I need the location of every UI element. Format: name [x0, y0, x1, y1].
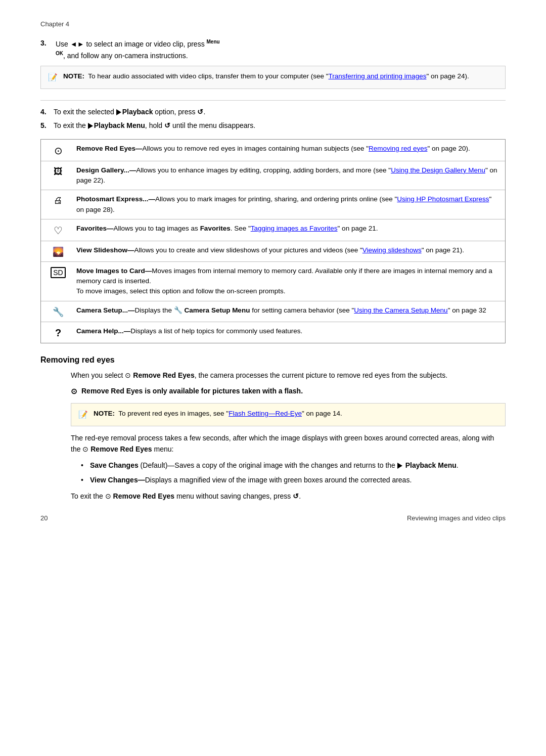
slideshow-icon: 🌄 — [47, 245, 69, 257]
chapter-header: Chapter 4 — [40, 20, 506, 28]
note-icon: 📝 — [48, 72, 59, 83]
para-2-text: Remove Red Eyes is only available for pi… — [81, 386, 303, 396]
design-gallery-desc: Design Gallery...—Allows you to enhance … — [76, 165, 499, 186]
bullet-1-text: Save Changes (Default)—Saves a copy of t… — [90, 460, 459, 471]
note-2-icon: 📝 — [78, 409, 89, 421]
table-row: ? Camera Help...—Displays a list of help… — [41, 322, 505, 343]
removing-red-eyes-content: When you select ⊙ Remove Red Eyes, the c… — [71, 370, 506, 502]
para-1: When you select ⊙ Remove Red Eyes, the c… — [71, 370, 506, 381]
sd-icon: SD — [51, 267, 65, 278]
step-3-number: 3. — [40, 38, 56, 61]
remove-red-eyes-desc: Remove Red Eyes—Allows you to remove red… — [76, 144, 499, 154]
move-images-icon: SD — [47, 266, 69, 278]
link-flash-setting[interactable]: Flash Setting—Red-Eye — [229, 410, 302, 417]
link-slideshow[interactable]: Viewing slideshows — [362, 246, 422, 254]
table-row: SD Move Images to Card—Moves images from… — [41, 262, 505, 301]
link-transferring[interactable]: Transferring and printing images — [329, 72, 427, 80]
step-4-text: To exit the selected Playback option, pr… — [54, 107, 205, 117]
note-1: 📝 NOTE: To hear audio associated with vi… — [40, 66, 506, 89]
step-4-number: 4. — [40, 107, 54, 117]
step-5-text: To exit the Playback Menu, hold ↺ until … — [54, 120, 255, 131]
step-5: 5. To exit the Playback Menu, hold ↺ unt… — [40, 120, 506, 131]
table-row: 🖨 Photosmart Express...—Allows you to ma… — [41, 190, 505, 219]
table-row: ♡ Favorites—Allows you to tag images as … — [41, 219, 505, 241]
link-favorites[interactable]: Tagging images as Favorites — [251, 225, 338, 232]
note-2-text: NOTE: To prevent red eyes in images, see… — [94, 409, 342, 419]
link-design-gallery[interactable]: Using the Design Gallery Menu — [391, 166, 485, 174]
page-number: 20 — [40, 514, 48, 522]
table-row: 🌄 View Slideshow—Allows you to create an… — [41, 241, 505, 262]
para-exit: To exit the ⊙ Remove Red Eyes menu witho… — [71, 491, 506, 502]
para-2: ⊙ Remove Red Eyes is only available for … — [71, 386, 506, 397]
favorites-desc: Favorites—Allows you to tag images as Fa… — [76, 224, 499, 234]
bullet-2-text: View Changes—Displays a magnified view o… — [90, 475, 412, 485]
note-1-text: NOTE: To hear audio associated with vide… — [63, 71, 469, 81]
para-3: The red-eye removal process takes a few … — [71, 432, 506, 455]
move-images-desc: Move Images to Card—Moves images from in… — [76, 266, 499, 297]
photosmart-icon: 🖨 — [47, 194, 69, 206]
remove-red-eyes-icon: ⊙ — [47, 144, 69, 157]
camera-setup-desc: Camera Setup...—Displays the 🔧 Camera Se… — [76, 305, 499, 316]
link-camera-setup[interactable]: Using the Camera Setup Menu — [354, 306, 447, 314]
table-row: ⊙ Remove Red Eyes—Allows you to remove r… — [41, 140, 505, 161]
bullet-list: • Save Changes (Default)—Saves a copy of… — [81, 460, 506, 485]
step-3-block: 3. Use ◄► to select an image or video cl… — [40, 38, 506, 101]
playback-icon-step4 — [116, 109, 121, 115]
slideshow-desc: View Slideshow—Allows you to create and … — [76, 245, 499, 255]
design-gallery-icon: 🖼 — [47, 165, 69, 177]
chapter-title: Chapter 4 — [40, 20, 69, 28]
list-item: • Save Changes (Default)—Saves a copy of… — [81, 460, 506, 471]
table-row: 🔧 Camera Setup...—Displays the 🔧 Camera … — [41, 301, 505, 322]
link-photosmart[interactable]: Using HP Photosmart Express — [397, 195, 489, 203]
red-eye-icon-inline: ⊙ — [71, 386, 77, 397]
feature-table: ⊙ Remove Red Eyes—Allows you to remove r… — [40, 139, 506, 343]
playback-icon-step5 — [88, 123, 93, 129]
page-footer: 20 Reviewing images and video clips — [40, 514, 506, 522]
playback-icon-bullet — [397, 463, 402, 469]
step-3-text: Use ◄► to select an image or video clip,… — [56, 38, 506, 61]
steps-4-5: 4. To exit the selected Playback option,… — [40, 107, 506, 131]
table-row: 🖼 Design Gallery...—Allows you to enhanc… — [41, 161, 505, 191]
step-4: 4. To exit the selected Playback option,… — [40, 107, 506, 117]
step-5-number: 5. — [40, 120, 54, 131]
camera-help-desc: Camera Help...—Displays a list of help t… — [76, 326, 499, 336]
camera-help-icon: ? — [47, 326, 69, 339]
removing-red-eyes-section: Removing red eyes When you select ⊙ Remo… — [40, 355, 506, 502]
favorites-icon: ♡ — [47, 224, 69, 237]
step-3: 3. Use ◄► to select an image or video cl… — [40, 38, 506, 61]
note-2: 📝 NOTE: To prevent red eyes in images, s… — [71, 403, 506, 426]
link-removing-red-eyes[interactable]: Removing red eyes — [369, 145, 427, 152]
list-item: • View Changes—Displays a magnified view… — [81, 475, 506, 485]
section-label: Reviewing images and video clips — [407, 514, 506, 522]
camera-setup-icon: 🔧 — [47, 305, 69, 318]
photosmart-desc: Photosmart Express...—Allows you to mark… — [76, 194, 499, 215]
page-content: Chapter 4 3. Use ◄► to select an image o… — [0, 0, 546, 537]
removing-red-eyes-heading: Removing red eyes — [40, 355, 506, 365]
